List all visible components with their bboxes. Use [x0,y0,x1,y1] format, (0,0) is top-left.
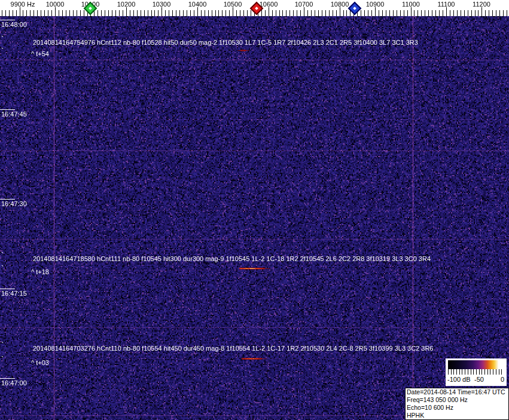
detection-text-2: 20140814164718580 hCnt111 nb-80 f10545 h… [33,255,431,262]
colorbar-max-label: 0 [501,376,504,383]
time-label-164715: 16:47:15 [1,290,27,297]
edge-tick-mark: ` [1,253,4,258]
spectrogram-canvas[interactable] [0,0,509,420]
detection-text-1: 20140814164754976 hCnt112 nb-80 f10528 h… [33,39,418,46]
time-label-164730: 16:47:30 [1,200,27,207]
spectrogram-app: -100 dB -50 0 Date=2014-08-14 Time=16:47… [0,0,509,420]
time-label-164800: 16:48:00 [1,21,27,28]
edge-tick-mark: ` [1,37,4,42]
freq-label-10900: 10900 [366,1,385,8]
info-line-station: HPHK [407,412,507,419]
edge-tick-mark: ` [1,49,4,54]
freq-label-11200: 11200 [473,1,490,8]
detection-time-mark-3: ^ t+03 [31,359,49,366]
colorbar-mid-label: -50 [474,376,484,383]
freq-label-11000: 11000 [402,1,420,8]
info-line-frequency: Freq=143 050 000 Hz [407,396,507,404]
detection-time-mark-2: ^ t+18 [31,268,49,275]
detection-time-mark-1: ^ t+54 [31,50,49,57]
time-label-164700: 16:47:00 [1,379,27,387]
colorbar-ruler-ticks [448,369,504,375]
freq-label-11100: 11100 [438,1,455,8]
info-box: Date=2014-08-14 Time=16:47 UTC Freq=143 … [405,388,509,420]
colorbar: -100 dB -50 0 [446,358,507,386]
colorbar-gradient [448,360,504,369]
freq-label-10200: 10200 [117,1,136,8]
info-line-date-time: Date=2014-08-14 Time=16:47 UTC [407,388,507,396]
freq-label-9900Hz: 9900 Hz [11,1,35,8]
colorbar-labels: -100 dB -50 0 [446,375,507,385]
freq-label-10700: 10700 [295,1,313,8]
edge-tick-mark: ` [1,266,4,271]
edge-tick-mark: ` [1,343,4,348]
info-line-echo: Echo=10 600 Hz [407,404,507,412]
freq-label-10500: 10500 [224,1,242,8]
freq-label-10800: 10800 [331,1,349,8]
detection-text-3: 20140814164703276 hCnt110 nb-80 f10554 h… [33,345,434,352]
freq-label-10000: 10000 [46,1,65,8]
edge-tick-mark: ` [1,357,4,362]
freq-label-10300: 10300 [153,1,171,8]
freq-label-10400: 10400 [188,1,207,8]
time-label-164745: 16:47:45 [1,111,27,118]
colorbar-min-label: -100 dB [447,376,471,383]
